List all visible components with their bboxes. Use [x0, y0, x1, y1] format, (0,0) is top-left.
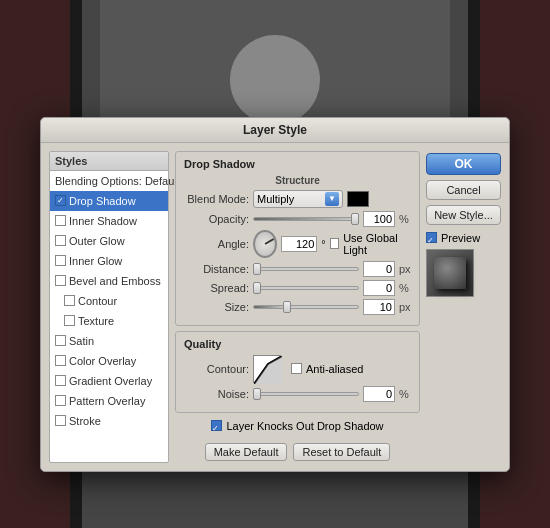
sidebar-item-drop-shadow[interactable]: Drop Shadow [50, 191, 168, 211]
spread-unit: % [399, 282, 411, 294]
preview-shape [434, 257, 466, 289]
angle-input[interactable] [281, 236, 317, 252]
anti-aliased-checkbox[interactable] [291, 363, 302, 374]
texture-checkbox[interactable] [64, 315, 75, 326]
angle-row: Angle: ° Use Global Light [184, 230, 411, 258]
noise-label: Noise: [184, 388, 249, 400]
spread-row: Spread: % [184, 280, 411, 296]
bevel-emboss-checkbox[interactable] [55, 275, 66, 286]
structure-subtitle: Structure [184, 175, 411, 186]
noise-row: Noise: % [184, 386, 411, 402]
sidebar-item-color-overlay[interactable]: Color Overlay [50, 351, 168, 371]
contour-svg [254, 356, 282, 384]
opacity-unit: % [399, 213, 411, 225]
preview-thumbnail [426, 249, 474, 297]
size-slider[interactable] [253, 300, 359, 314]
gradient-overlay-checkbox[interactable] [55, 375, 66, 386]
dialog-body: Styles Blending Options: Default Drop Sh… [41, 143, 509, 471]
contour-checkbox[interactable] [64, 295, 75, 306]
main-content: Drop Shadow Structure Blend Mode: Multip… [175, 151, 420, 463]
contour-preview[interactable] [253, 355, 281, 383]
layer-knocks-label: Layer Knocks Out Drop Shadow [226, 420, 383, 432]
sidebar-item-contour[interactable]: Contour [50, 291, 168, 311]
dialog-title: Layer Style [243, 123, 307, 137]
quality-title: Quality [184, 338, 411, 350]
sidebar-item-inner-glow[interactable]: Inner Glow [50, 251, 168, 271]
opacity-input[interactable] [363, 211, 395, 227]
opacity-row: Opacity: % [184, 211, 411, 227]
blend-mode-value: Multiply [257, 193, 294, 205]
size-unit: px [399, 301, 411, 313]
make-default-button[interactable]: Make Default [205, 443, 288, 461]
color-overlay-checkbox[interactable] [55, 355, 66, 366]
angle-dial-indicator [265, 238, 275, 245]
contour-label: Contour: [184, 363, 249, 375]
layer-knocks-checkbox[interactable] [211, 420, 222, 431]
color-swatch[interactable] [347, 191, 369, 207]
sidebar-item-satin[interactable]: Satin [50, 331, 168, 351]
blend-mode-select[interactable]: Multiply ▼ [253, 190, 343, 208]
noise-slider[interactable] [253, 387, 359, 401]
inner-shadow-checkbox[interactable] [55, 215, 66, 226]
sidebar-item-gradient-overlay[interactable]: Gradient Overlay [50, 371, 168, 391]
blend-mode-row: Blend Mode: Multiply ▼ [184, 190, 411, 208]
angle-dial[interactable] [253, 230, 277, 258]
noise-slider-thumb[interactable] [253, 388, 261, 400]
angle-degree-symbol: ° [321, 238, 325, 250]
svg-point-6 [230, 35, 320, 125]
distance-slider-thumb[interactable] [253, 263, 261, 275]
distance-input[interactable] [363, 261, 395, 277]
cancel-button[interactable]: Cancel [426, 180, 501, 200]
preview-checkbox[interactable] [426, 232, 437, 243]
contour-row: Contour: Anti-aliased [184, 355, 411, 383]
distance-unit: px [399, 263, 411, 275]
anti-aliased-row: Anti-aliased [291, 363, 363, 375]
anti-aliased-label: Anti-aliased [306, 363, 363, 375]
sidebar-item-stroke[interactable]: Stroke [50, 411, 168, 431]
sidebar-item-bevel-emboss[interactable]: Bevel and Emboss [50, 271, 168, 291]
opacity-slider-thumb[interactable] [351, 213, 359, 225]
new-style-button[interactable]: New Style... [426, 205, 501, 225]
size-slider-thumb[interactable] [283, 301, 291, 313]
angle-label: Angle: [184, 238, 249, 250]
styles-panel: Styles Blending Options: Default Drop Sh… [49, 151, 169, 463]
ok-button[interactable]: OK [426, 153, 501, 175]
outer-glow-checkbox[interactable] [55, 235, 66, 246]
quality-section: Quality Contour: Anti-aliased [175, 331, 420, 413]
distance-slider[interactable] [253, 262, 359, 276]
preview-row: Preview [426, 232, 501, 244]
stroke-checkbox[interactable] [55, 415, 66, 426]
size-input[interactable] [363, 299, 395, 315]
blend-mode-arrow-icon[interactable]: ▼ [325, 192, 339, 206]
noise-unit: % [399, 388, 411, 400]
use-global-light-checkbox[interactable] [330, 238, 340, 249]
bottom-row: Make Default Reset to Default [175, 439, 420, 463]
sidebar-item-inner-shadow[interactable]: Inner Shadow [50, 211, 168, 231]
styles-panel-header: Styles [50, 152, 168, 171]
pattern-overlay-checkbox[interactable] [55, 395, 66, 406]
layer-style-dialog: Layer Style Styles Blending Options: Def… [40, 117, 510, 472]
use-global-light-label: Use Global Light [343, 232, 411, 256]
reset-default-button[interactable]: Reset to Default [293, 443, 390, 461]
satin-checkbox[interactable] [55, 335, 66, 346]
spread-slider-thumb[interactable] [253, 282, 261, 294]
opacity-label: Opacity: [184, 213, 249, 225]
dialog-titlebar: Layer Style [41, 118, 509, 143]
sidebar-item-blending-options[interactable]: Blending Options: Default [50, 171, 168, 191]
distance-row: Distance: px [184, 261, 411, 277]
blend-mode-label: Blend Mode: [184, 193, 249, 205]
drop-shadow-title: Drop Shadow [184, 158, 411, 170]
spread-slider[interactable] [253, 281, 359, 295]
sidebar-item-outer-glow[interactable]: Outer Glow [50, 231, 168, 251]
noise-input[interactable] [363, 386, 395, 402]
size-label: Size: [184, 301, 249, 313]
inner-glow-checkbox[interactable] [55, 255, 66, 266]
layer-knocks-row: Layer Knocks Out Drop Shadow [175, 418, 420, 434]
sidebar-item-texture[interactable]: Texture [50, 311, 168, 331]
drop-shadow-checkbox[interactable] [55, 195, 66, 206]
spread-input[interactable] [363, 280, 395, 296]
distance-label: Distance: [184, 263, 249, 275]
spread-label: Spread: [184, 282, 249, 294]
opacity-slider[interactable] [253, 212, 359, 226]
sidebar-item-pattern-overlay[interactable]: Pattern Overlay [50, 391, 168, 411]
